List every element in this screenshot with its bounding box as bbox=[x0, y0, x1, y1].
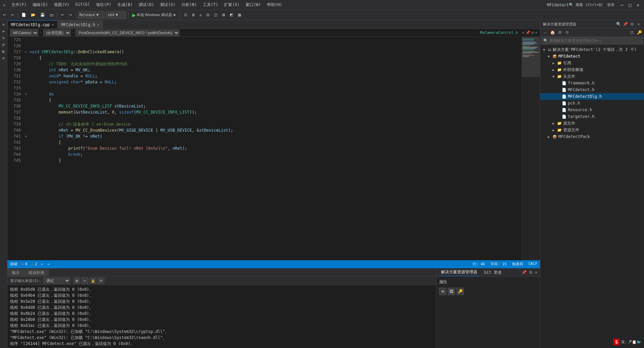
output-clear-btn[interactable]: ⊠ bbox=[73, 278, 80, 284]
code-content[interactable]: void CMFCdetectDlg::OnBnClickedCamera() … bbox=[28, 37, 522, 260]
sol-back-btn[interactable]: ← bbox=[542, 29, 548, 36]
tab-h[interactable]: MFCdetectDlg.h ✕ bbox=[58, 20, 103, 28]
error-indicator[interactable]: ✕ 0 bbox=[21, 262, 27, 266]
sol-key-btn[interactable]: 🔑 bbox=[636, 29, 643, 36]
tool-btn-7[interactable]: ◩ bbox=[228, 11, 235, 19]
menu-analyze[interactable]: 分析(N) bbox=[179, 1, 200, 8]
output-sync-btn[interactable]: ⟳ bbox=[98, 278, 104, 284]
tree-item[interactable]: 📄 framework.h bbox=[540, 80, 644, 86]
tool-btn-2[interactable]: ⊞ bbox=[190, 11, 197, 19]
menu-debug[interactable]: 调试(D) bbox=[136, 1, 157, 8]
output-lock-btn[interactable]: 🔒 bbox=[90, 278, 96, 284]
solution-float-btn[interactable]: ⧉ bbox=[629, 21, 635, 27]
undo-nav-button[interactable]: ↩ bbox=[1, 11, 8, 19]
menu-git[interactable]: Git(G) bbox=[73, 1, 93, 8]
config-dropdown[interactable]: Release ▼ bbox=[78, 11, 105, 19]
tree-item[interactable]: ▼ 📦 MFCdetect bbox=[540, 53, 644, 60]
save-all-button[interactable]: 🗃 bbox=[48, 11, 55, 19]
header-close-btn[interactable]: ✕ bbox=[522, 30, 524, 35]
panel-pin-btn[interactable]: 📌 bbox=[522, 270, 527, 275]
redo-nav-button[interactable]: ↪ bbox=[9, 11, 15, 19]
panel-close-btn2[interactable]: ✕ bbox=[535, 270, 537, 275]
tree-item[interactable]: 📄 MFCdetect.h bbox=[540, 86, 644, 93]
sol-settings-btn[interactable]: ⚙ bbox=[556, 29, 563, 36]
tree-item[interactable]: ▶ 📁 外部依赖项 bbox=[540, 66, 644, 73]
tree-item[interactable]: 📄 Resource.h bbox=[540, 107, 644, 113]
output-wrap-btn[interactable]: ↵ bbox=[82, 278, 88, 284]
menu-file[interactable]: 文件(F) bbox=[9, 1, 30, 8]
tool-btn-5[interactable]: ◫ bbox=[212, 11, 219, 19]
panel-float-btn[interactable]: ⧉ bbox=[529, 270, 532, 275]
member-selector[interactable]: PrintDeviceInfo(MV_CC_DEVICE_INFO * pstM… bbox=[75, 29, 179, 36]
output-source-selector[interactable]: 调试 bbox=[43, 278, 70, 284]
sidebar-icon-1[interactable]: ≡ bbox=[1, 21, 7, 27]
tree-item[interactable]: 📄 pch.h bbox=[540, 100, 644, 107]
open-file-button[interactable]: 📂 bbox=[29, 11, 37, 19]
tool-btn-1[interactable]: ⊡ bbox=[182, 11, 189, 19]
menu-help[interactable]: 帮助(H) bbox=[264, 1, 285, 8]
tree-item[interactable]: ▶ 📁 引用 bbox=[540, 60, 644, 66]
tool-btn-3[interactable]: ≡ bbox=[198, 11, 203, 19]
header-add-btn[interactable]: + bbox=[535, 30, 537, 35]
undo-button[interactable]: ↩ bbox=[59, 11, 66, 19]
header-pin-btn[interactable]: 📌 bbox=[526, 30, 530, 35]
nav-back-btn[interactable]: ← bbox=[41, 262, 44, 266]
sidebar-icon-4[interactable]: ⊞ bbox=[1, 42, 7, 48]
bottom-tab-errors[interactable]: 错误列表 bbox=[24, 269, 49, 276]
menu-extensions[interactable]: 扩展(X) bbox=[221, 1, 242, 8]
tree-item[interactable]: ▼ 🗂 解决方案'MFCdetect'(2 个项目，共 2 个) bbox=[540, 46, 644, 53]
nav-forward-btn[interactable]: → bbox=[47, 262, 50, 266]
minimap[interactable] bbox=[522, 37, 540, 260]
login-button[interactable]: 登录 bbox=[607, 2, 614, 7]
global-scope-selector[interactable]: (全局范围) bbox=[43, 29, 71, 36]
new-file-button[interactable]: 📄 bbox=[20, 11, 28, 19]
solution-search-btn[interactable]: 🔍 bbox=[616, 21, 621, 27]
menu-build[interactable]: 生成(B) bbox=[115, 1, 136, 8]
props-icon-filter[interactable]: 🔑 bbox=[457, 288, 464, 295]
menu-project[interactable]: 项目(P) bbox=[93, 1, 114, 8]
tab-h-close[interactable]: ✕ bbox=[97, 23, 99, 26]
platform-dropdown[interactable]: x64 ▼ bbox=[106, 11, 126, 19]
sol-refresh-btn[interactable]: ⟳ bbox=[564, 29, 571, 36]
sidebar-icon-3[interactable]: ⊡ bbox=[1, 35, 7, 41]
tree-item[interactable]: 📄 MFCdetectDlg.h bbox=[540, 93, 644, 100]
redo-button[interactable]: ↪ bbox=[67, 11, 73, 19]
fold-indicator[interactable]: ▼ bbox=[23, 133, 28, 139]
tree-item[interactable]: ▶ 📦 MFCdetectPack bbox=[540, 133, 644, 140]
fold-indicator[interactable]: ▼ bbox=[23, 91, 28, 97]
bottom-tab-output[interactable]: 输出 bbox=[7, 269, 24, 276]
sol-filter-btn[interactable]: ⊡ bbox=[629, 29, 635, 36]
props-icon-grid[interactable]: ⊞ bbox=[439, 288, 446, 295]
menu-tools[interactable]: 工具(T) bbox=[200, 1, 221, 8]
header-split-btn[interactable]: ⊡ bbox=[532, 30, 534, 35]
solution-close-btn[interactable]: ✕ bbox=[636, 21, 641, 27]
tree-item[interactable]: ▼ 📁 头文件 bbox=[540, 73, 644, 80]
run-button[interactable]: ▶ 本地 Windows 调试器 ▼ bbox=[130, 11, 178, 19]
tool-btn-4[interactable]: ⊟ bbox=[205, 11, 211, 19]
tree-item[interactable]: ▶ 📁 资源文件 bbox=[540, 127, 644, 133]
props-icon-sort[interactable]: 🖼 bbox=[448, 288, 455, 295]
tree-item[interactable]: ▶ 📁 源文件 bbox=[540, 120, 644, 127]
sidebar-icon-2[interactable]: ◈ bbox=[1, 28, 7, 34]
maximize-button[interactable]: □ bbox=[627, 2, 633, 8]
minimize-button[interactable]: ─ bbox=[619, 2, 625, 8]
tool-btn-8[interactable]: ▦ bbox=[236, 11, 243, 19]
br-tab-git[interactable]: Git 更改 bbox=[482, 269, 504, 276]
menu-test[interactable]: 测试(S) bbox=[157, 1, 178, 8]
menu-edit[interactable]: 编辑(E) bbox=[30, 1, 51, 8]
sol-search-input[interactable] bbox=[549, 39, 641, 43]
search-button[interactable]: 🔍 搜索 (Ctrl+Q) bbox=[569, 2, 603, 7]
sidebar-icon-5[interactable]: ◧ bbox=[1, 48, 7, 54]
tab-cpp[interactable]: MFCdetectDlg.cpp ✕ bbox=[7, 20, 58, 28]
menu-window[interactable]: 窗口(W) bbox=[243, 1, 264, 8]
file-scope-selector[interactable]: MFCdetect bbox=[10, 29, 38, 36]
tab-cpp-close[interactable]: ✕ bbox=[52, 23, 54, 26]
save-button[interactable]: 💾 bbox=[39, 11, 47, 19]
solution-pin-btn[interactable]: 📌 bbox=[623, 21, 628, 27]
menu-view[interactable]: 视图(V) bbox=[51, 1, 72, 8]
sol-home-btn[interactable]: 🏠 bbox=[549, 29, 556, 36]
warning-indicator[interactable]: ⚠ 2 bbox=[31, 262, 37, 266]
fold-indicator[interactable]: ▼ bbox=[23, 49, 28, 55]
tool-btn-6[interactable]: ⊠ bbox=[220, 11, 227, 19]
close-button[interactable]: ✕ bbox=[635, 2, 641, 8]
